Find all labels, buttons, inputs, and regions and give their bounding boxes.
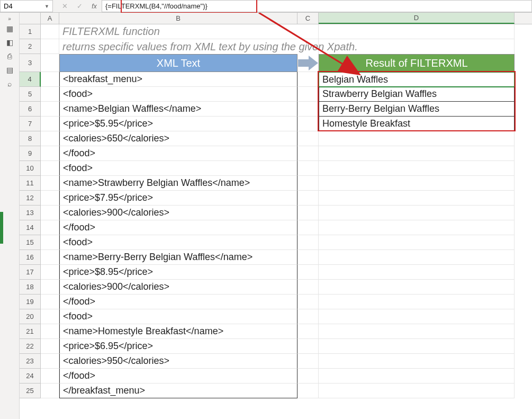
enter-formula-button[interactable]: ✓ [72,0,87,12]
row-header[interactable]: 7 [20,117,41,131]
select-all-corner[interactable] [20,13,41,24]
row-header[interactable]: 14 [20,220,41,235]
col-header-B[interactable]: B [59,13,297,24]
cell[interactable] [41,280,59,295]
cell[interactable] [41,176,59,191]
cell[interactable] [297,220,319,235]
cell-A1[interactable] [41,24,59,39]
cell[interactable] [319,161,515,176]
cell-C5[interactable] [297,87,319,102]
col-header-D[interactable]: D [319,13,515,24]
cell-B19[interactable]: </food> [59,295,297,309]
cell[interactable] [41,384,59,398]
cell[interactable] [297,265,319,280]
cell-B23[interactable]: <calories>950</calories> [59,354,297,369]
cell-B8[interactable]: <calories>650</calories> [59,131,297,146]
cell[interactable] [41,309,59,324]
cell[interactable] [297,295,319,309]
row-header[interactable]: 19 [20,295,41,309]
cell-A7[interactable] [41,117,59,131]
cell[interactable] [41,339,59,354]
cell[interactable] [319,354,515,369]
cell[interactable] [41,369,59,384]
spreadsheet-grid[interactable]: A B C D 1 FILTERXML function 2 returns s… [20,13,532,419]
cell[interactable] [297,206,319,220]
cell-B17[interactable]: <price>$8.95</price> [59,265,297,280]
cancel-formula-button[interactable]: ✕ [57,0,72,12]
cell-B18[interactable]: <calories>900</calories> [59,280,297,295]
col-header-A[interactable]: A [41,13,59,24]
cell[interactable] [319,369,515,384]
xml-text-header[interactable]: XML Text [59,54,297,72]
cell-B16[interactable]: <name>Berry-Berry Belgian Waffles</name> [59,250,297,265]
cell[interactable] [297,250,319,265]
cell[interactable] [41,191,59,206]
cell[interactable] [297,369,319,384]
cell[interactable] [41,206,59,220]
cell[interactable] [297,146,319,161]
cell-C2[interactable] [297,39,319,54]
row-header[interactable]: 6 [20,102,41,117]
row-header[interactable]: 5 [20,87,41,102]
cell[interactable] [319,339,515,354]
cell-B22[interactable]: <price>$6.95</price> [59,339,297,354]
formula-input[interactable]: {=FILTERXML(B4,"//food/name")} [102,0,532,12]
row-header[interactable]: 18 [20,280,41,295]
print-icon[interactable]: ⎙ [4,52,15,60]
cell-B10[interactable]: <food> [59,161,297,176]
cell[interactable] [319,176,515,191]
cell[interactable] [319,235,515,250]
row-header[interactable]: 10 [20,161,41,176]
cell[interactable] [319,309,515,324]
cell[interactable] [41,324,59,339]
cell-B1[interactable]: FILTERXML function [59,24,297,39]
expand-toolbar-icon[interactable]: » [5,16,14,19]
row-header[interactable]: 4 [20,72,41,87]
row-header[interactable]: 9 [20,146,41,161]
cell-A4[interactable] [41,72,59,87]
cell[interactable] [297,384,319,398]
insert-function-button[interactable]: fx [87,0,102,12]
cell-B25[interactable]: </breakfast_menu> [59,384,297,398]
cell-B2[interactable]: returns specific values from XML text by… [59,39,297,54]
row-header[interactable]: 15 [20,235,41,250]
cell[interactable] [319,324,515,339]
cell-B5[interactable]: <food> [59,87,297,102]
row-header[interactable]: 13 [20,206,41,220]
cell[interactable] [297,309,319,324]
row-header[interactable]: 17 [20,265,41,280]
cell[interactable] [41,250,59,265]
row-header[interactable]: 8 [20,131,41,146]
cell[interactable] [297,280,319,295]
cell-B14[interactable]: </food> [59,220,297,235]
row-header[interactable]: 20 [20,309,41,324]
cell-D2[interactable] [319,39,515,54]
row-header[interactable]: 23 [20,354,41,369]
cell[interactable] [297,176,319,191]
cell[interactable] [297,354,319,369]
cell[interactable] [41,354,59,369]
cell-B11[interactable]: <name>Strawberry Belgian Waffles</name> [59,176,297,191]
cell[interactable] [319,384,515,398]
cell[interactable] [319,206,515,220]
row-header[interactable]: 11 [20,176,41,191]
row-header[interactable]: 16 [20,250,41,265]
cell-B12[interactable]: <price>$7.95</price> [59,191,297,206]
cell-C7[interactable] [297,117,319,131]
cell[interactable] [297,191,319,206]
cell[interactable] [41,161,59,176]
cell-C1[interactable] [297,24,319,39]
row-header[interactable]: 2 [20,39,41,54]
cell[interactable] [41,295,59,309]
cell[interactable] [297,235,319,250]
row-header[interactable]: 3 [20,54,41,72]
toolbar-drag-handle[interactable] [0,212,3,244]
cell-D1[interactable] [319,24,515,39]
cell-D7[interactable]: Homestyle Breakfast [319,117,515,131]
name-box[interactable]: D4 ▼ [0,0,53,12]
cell[interactable] [41,220,59,235]
cell[interactable] [319,250,515,265]
cell[interactable] [41,265,59,280]
row-header[interactable]: 25 [20,384,41,398]
cell-B20[interactable]: <food> [59,309,297,324]
